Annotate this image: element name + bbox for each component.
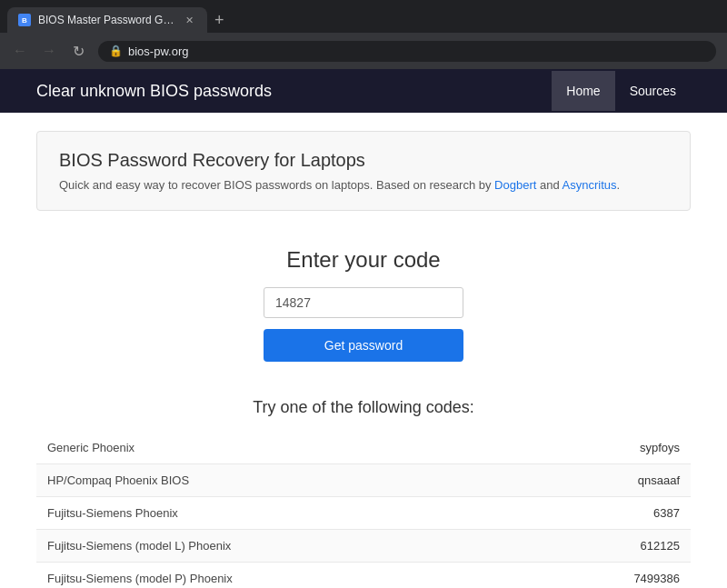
hero-link-asyncritus[interactable]: Asyncritus [563,178,617,192]
hero-desc-before: Quick and easy way to recover BIOS passw… [59,178,494,192]
code-input[interactable] [264,287,463,318]
hero-banner: BIOS Password Recovery for Laptops Quick… [36,131,691,211]
hero-description: Quick and easy way to recover BIOS passw… [59,178,668,192]
active-tab[interactable]: B BIOS Master Password Generato... ✕ [7,7,207,33]
vendor-cell: Fujitsu-Siemens (model L) Phoenix [36,530,529,563]
table-row: Fujitsu-Siemens Phoenix 6387 [36,497,691,530]
table-row: Generic Phoenix sypfoys [36,432,691,464]
back-button[interactable]: ← [11,43,29,59]
website-content: Clear unknown BIOS passwords Home Source… [0,69,727,588]
site-title: Clear unknown BIOS passwords [36,82,552,101]
lock-icon: 🔒 [109,45,123,57]
tab-close-button[interactable]: ✕ [182,13,196,27]
url-text: bios-pw.org [128,45,188,58]
nav-links: Home Sources [552,71,691,111]
nav-link-sources[interactable]: Sources [615,71,691,111]
new-tab-button[interactable]: + [207,11,232,30]
hero-heading: BIOS Password Recovery for Laptops [59,150,668,171]
vendor-cell: Generic Phoenix [36,432,529,464]
password-cell: 6387 [529,497,691,530]
password-cell: qnsaaaf [529,464,691,497]
site-nav: Clear unknown BIOS passwords Home Source… [0,69,727,113]
tab-bar: B BIOS Master Password Generato... ✕ + [0,0,727,33]
get-password-button[interactable]: Get password [264,329,463,362]
nav-link-home[interactable]: Home [552,71,614,111]
results-table: Generic Phoenix sypfoys HP/Compaq Phoeni… [36,432,691,588]
vendor-cell: HP/Compaq Phoenix BIOS [36,464,529,497]
vendor-cell: Fujitsu-Siemens (model P) Phoenix [36,563,529,589]
browser-chrome: B BIOS Master Password Generato... ✕ + ←… [0,0,727,588]
results-section: Try one of the following codes: Generic … [0,380,727,588]
address-bar: ← → ↻ 🔒 bios-pw.org [0,33,727,69]
forward-button[interactable]: → [40,43,58,59]
password-cell: sypfoys [529,432,691,464]
vendor-cell: Fujitsu-Siemens Phoenix [36,497,529,530]
hero-link-dogbert[interactable]: Dogbert [494,178,536,192]
table-row: Fujitsu-Siemens (model L) Phoenix 612125 [36,530,691,563]
reload-button[interactable]: ↻ [69,43,87,60]
table-row: Fujitsu-Siemens (model P) Phoenix 749938… [36,563,691,589]
password-cell: 612125 [529,530,691,563]
results-heading: Try one of the following codes: [36,398,691,417]
main-heading: Enter your code [36,247,691,273]
hero-desc-after: . [617,178,621,192]
url-bar[interactable]: 🔒 bios-pw.org [98,41,716,62]
hero-desc-mid: and [536,178,562,192]
tab-favicon: B [18,14,31,26]
tab-title: BIOS Master Password Generato... [38,14,174,26]
table-row: HP/Compaq Phoenix BIOS qnsaaaf [36,464,691,497]
main-content: Enter your code Get password [0,229,727,380]
password-cell: 7499386 [529,563,691,589]
